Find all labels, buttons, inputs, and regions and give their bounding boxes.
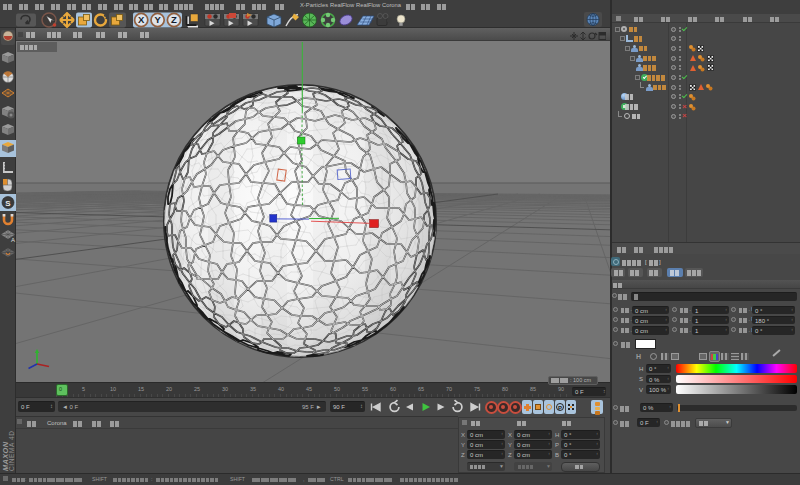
svg-text:S: S <box>5 199 11 208</box>
svg-text:A: A <box>11 237 15 243</box>
svg-text:X: X <box>138 14 145 25</box>
svg-text:Z: Z <box>171 14 177 25</box>
svg-text:Y: Y <box>154 14 161 25</box>
